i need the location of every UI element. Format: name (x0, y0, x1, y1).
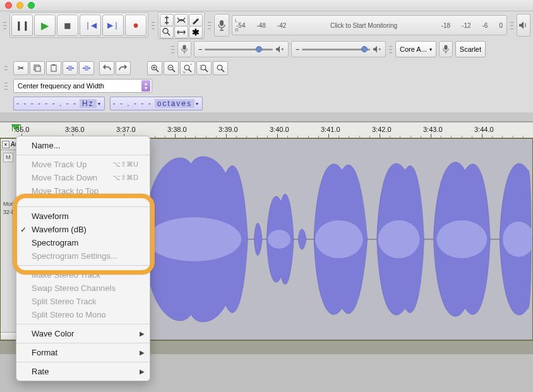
svg-rect-6 (51, 65, 56, 71)
menu-item-waveform-db[interactable]: ✓Waveform (dB) (16, 223, 150, 236)
playback-volume-slider[interactable]: − (291, 41, 386, 57)
svg-point-0 (163, 28, 168, 33)
stepper-arrows-icon[interactable]: ▲▼ (141, 80, 150, 92)
timeline-tick-label: 3:43.0 (423, 126, 443, 133)
speaker-plus-icon (275, 45, 284, 53)
window-maximize-button[interactable] (28, 2, 35, 9)
pause-button[interactable]: ❙❙ (11, 15, 33, 36)
timeline-tick-label: 3:36.0 (65, 126, 85, 133)
freq-mode-select[interactable]: Center frequency and Width ▲▼ (13, 79, 152, 93)
meter-tick: -18 (441, 22, 450, 29)
svg-point-13 (217, 65, 222, 70)
menu-item-split-mono: Split Stereo to Mono (16, 308, 150, 321)
record-button[interactable]: ● (125, 15, 147, 36)
speaker-icon (518, 21, 529, 30)
svg-rect-8 (68, 66, 72, 71)
undo-button[interactable] (99, 61, 114, 75)
meter-tick: 0 (499, 22, 503, 29)
grip[interactable] (4, 61, 8, 75)
grip[interactable] (3, 15, 7, 36)
track-close-button[interactable]: × (2, 141, 9, 148)
menu-item-waveform[interactable]: Waveform (16, 210, 150, 223)
draw-tool[interactable] (189, 14, 203, 27)
svg-point-11 (184, 65, 189, 70)
svg-point-16 (147, 217, 242, 261)
menu-item-name[interactable]: Name... (16, 139, 150, 152)
window-close-button[interactable] (5, 2, 12, 9)
timeline-tick-label: :35.0 (14, 126, 29, 133)
menu-item-move-top: Move Track to Top (16, 184, 150, 198)
redo-button[interactable] (116, 61, 131, 75)
zoom-out-button[interactable] (164, 61, 179, 75)
center-freq-readout[interactable]: - - - - - - . - -Hz▾ (13, 97, 105, 110)
svg-rect-2 (183, 45, 186, 50)
zoom-tools (147, 61, 228, 75)
multi-tool[interactable]: ✱ (189, 26, 203, 39)
rec-mic-icon[interactable] (177, 41, 191, 57)
meter-tick: -6 (482, 22, 488, 29)
meter-tick: -54 (236, 22, 245, 29)
zoom-tool[interactable] (160, 26, 174, 39)
meter-tick: -42 (277, 22, 286, 29)
window-titlebar (0, 0, 533, 11)
grip[interactable] (4, 79, 8, 93)
fit-project-button[interactable] (196, 61, 212, 75)
menu-item-spectrogram[interactable]: Spectrogram (16, 236, 150, 249)
trim-button[interactable] (63, 61, 78, 75)
play-meter-speaker[interactable] (517, 14, 530, 37)
envelope-tool[interactable] (174, 14, 188, 27)
menu-item-rate[interactable]: Rate▶ (16, 365, 150, 378)
svg-point-12 (201, 65, 206, 70)
svg-rect-1 (220, 20, 224, 26)
menu-item-make-stereo: Make Stereo Track (16, 268, 150, 282)
slider-thumb[interactable] (361, 46, 368, 52)
grip[interactable] (388, 41, 393, 57)
menu-item-spectrogram-settings: Spectrogram Settings... (16, 249, 150, 263)
fit-selection-button[interactable] (180, 61, 195, 75)
recording-volume-slider[interactable]: − (194, 41, 289, 57)
width-readout[interactable]: - - . - - -octaves▾ (110, 97, 203, 110)
menu-item-format[interactable]: Format▶ (16, 346, 150, 359)
skip-start-button[interactable]: ❘◀ (80, 15, 101, 36)
recording-meter[interactable]: L R -54 -48 -42 Click to Start Monitorin… (232, 15, 507, 35)
grip[interactable] (207, 15, 212, 36)
input-device-select[interactable]: Scarlet (455, 41, 486, 57)
grip[interactable] (510, 15, 514, 36)
menu-item-wave-color[interactable]: Wave Color▶ (16, 327, 150, 340)
selection-tool[interactable] (160, 14, 174, 27)
silence-button[interactable] (79, 61, 94, 75)
paste-button[interactable] (46, 61, 61, 75)
microphone-icon (442, 44, 450, 54)
mute-button[interactable]: M (3, 153, 13, 162)
menu-item-move-down: Move Track Down⌥⇧⌘D (16, 171, 150, 184)
zoom-toggle-button[interactable] (213, 61, 228, 75)
cut-button[interactable]: ✂ (13, 61, 28, 75)
copy-button[interactable] (30, 61, 45, 75)
grip[interactable] (151, 15, 155, 36)
grip[interactable] (171, 41, 175, 57)
window-minimize-button[interactable] (16, 2, 23, 9)
skip-end-button[interactable]: ▶❘ (102, 15, 124, 36)
in-device-icon (439, 41, 453, 57)
slider-thumb[interactable] (256, 46, 262, 52)
play-button[interactable]: ▶ (34, 15, 56, 36)
timeline-tick-label: 3:37.0 (116, 126, 136, 133)
microphone-icon (181, 44, 188, 54)
microphone-icon (217, 20, 226, 31)
timeshift-tool[interactable] (174, 26, 188, 39)
meter-tick: -12 (462, 22, 470, 29)
tools-panel: ✱ (158, 12, 205, 39)
zoom-in-button[interactable] (147, 61, 162, 75)
svg-rect-7 (52, 64, 55, 66)
track-dropdown-menu: Name... Move Track Up⌥⇧⌘U Move Track Dow… (16, 136, 150, 381)
svg-point-17 (268, 230, 290, 249)
rec-meter-mic[interactable] (214, 14, 229, 37)
svg-rect-3 (444, 45, 447, 50)
menu-item-split-stereo: Split Stereo Track (16, 295, 150, 308)
svg-rect-5 (35, 66, 40, 71)
menu-item-move-up: Move Track Up⌥⇧⌘U (16, 158, 150, 171)
audio-host-select[interactable]: Core A...▾ (395, 41, 436, 57)
timeline-tick-label: 3:40.0 (270, 126, 289, 133)
meter-start-text: Click to Start Monitoring (297, 22, 429, 29)
stop-button[interactable]: ◼ (57, 15, 78, 36)
